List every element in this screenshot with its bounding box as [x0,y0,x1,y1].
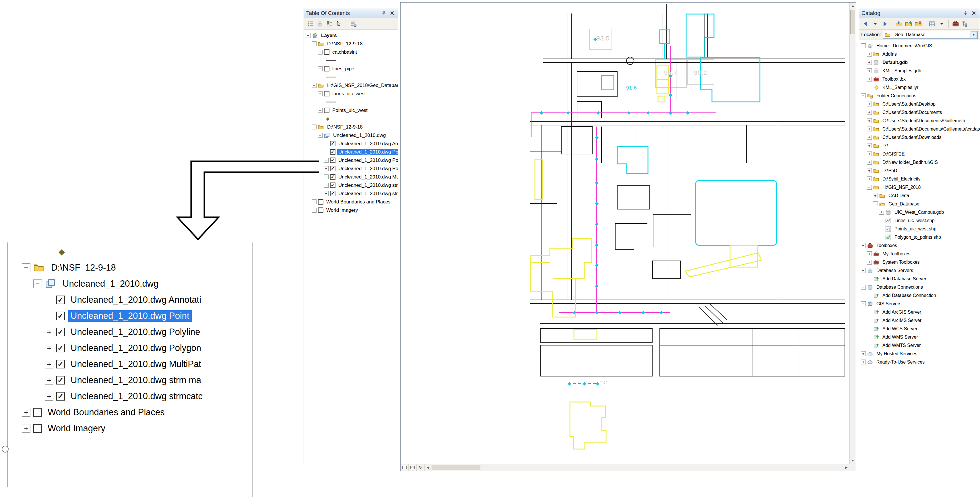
tree-row[interactable]: −Uncleaned_1_2010.dwg [2,276,252,292]
tree-row[interactable]: +CAD Data [859,191,980,200]
expand-toggle-icon[interactable]: + [867,160,872,165]
tree-item-label[interactable]: My Toolboxes [881,251,912,257]
tree-item-label[interactable]: Uncleaned_1_2010.dwg strm ma [337,182,398,189]
list-by-source-icon[interactable] [315,19,324,28]
expand-toggle-icon[interactable]: + [324,191,329,196]
tree-item-label[interactable]: Add Database Connection [881,293,937,299]
list-by-selection-icon[interactable] [335,19,344,28]
tree-item-label[interactable]: My Hosted Services [875,351,918,357]
tree-item-label[interactable]: Add WMS Server [881,334,919,340]
tree-row[interactable]: −Home - Documents\ArcGIS [859,41,980,50]
expand-toggle-icon[interactable]: + [867,110,872,115]
tree-item-label[interactable]: Uncleaned_1_2010.dwg [60,278,161,289]
tree-item-label[interactable]: C:\Users\Student\Downloads [881,135,942,140]
tree-row[interactable]: Points_uic_west.shp [859,225,980,233]
tree-row[interactable]: −Layers [304,31,398,40]
map-canvas[interactable]: 93.595.790.291.6TD1 [401,3,850,464]
tree-row[interactable]: +KML_Samples.gdb [859,67,980,75]
expand-toggle-icon[interactable]: + [867,168,872,173]
horizontal-scrollbar[interactable]: ↻ ◀ ▶ [401,464,850,471]
tree-item-label[interactable]: Points_uic_west [331,107,369,114]
tree-item-label[interactable]: Layers [320,32,338,39]
tree-item-label[interactable]: Uncleaned_1_2010.dwg Point [68,310,192,322]
tree-row[interactable]: Lines_uic_west.shp [859,216,980,225]
tree-item-label[interactable]: Home - Documents\ArcGIS [875,43,933,49]
tree-row[interactable]: +System Toolboxes [859,258,980,266]
tree-item-label[interactable]: C:\Users\Student\Desktop [881,101,937,107]
expand-toggle-icon[interactable]: + [45,360,53,369]
tree-item-label[interactable]: Uncleaned_1_2010.dwg Polygon [68,342,204,354]
tree-row[interactable]: −GIS Servers [859,300,980,308]
tree-item-label[interactable]: World Boundaries and Places [45,407,167,418]
tree-row[interactable]: +✓Uncleaned_1_2010.dwg Polyline [2,324,252,340]
tree-row[interactable]: −H:\GIS_NSF_2018\Geo_Database [304,81,398,89]
expand-toggle-icon[interactable]: + [879,210,884,215]
list-by-visibility-icon[interactable] [325,19,334,28]
collapse-toggle-icon[interactable]: − [22,264,30,272]
layer-visibility-checkbox[interactable] [324,49,329,55]
collapse-toggle-icon[interactable]: − [318,91,323,96]
tree-row[interactable]: ✓Uncleaned_1_2010.dwg Point [304,148,398,156]
expand-toggle-icon[interactable]: + [867,143,872,148]
tree-row[interactable]: +UIC_West_Campus.gdb [859,208,980,216]
tree-row[interactable]: −Lines_uic_west [304,89,398,98]
tree-row[interactable]: Add Database Server [859,275,980,283]
tree-row[interactable]: ◆ [304,114,398,123]
expand-toggle-icon[interactable]: + [867,251,872,256]
back-icon[interactable] [861,19,870,28]
tree-row[interactable]: ✓Uncleaned_1_2010.dwg Point [2,308,252,324]
scroll-right-button[interactable]: ▶ [843,464,850,470]
tree-item-label[interactable]: Uncleaned_1_2010.dwg Polyline [68,326,203,338]
collapse-toggle-icon[interactable]: − [318,66,323,71]
scroll-left-button[interactable]: ◀ [425,464,431,470]
expand-toggle-icon[interactable]: + [45,328,53,336]
caret-icon[interactable] [871,19,880,28]
table-view-icon[interactable] [928,19,936,28]
layer-visibility-checkbox[interactable]: ✓ [56,360,65,369]
layer-visibility-checkbox[interactable]: ✓ [330,141,336,146]
tree-row[interactable]: −catchbasint [304,48,398,56]
tree-item-label[interactable]: Lines_uic_west [331,91,367,97]
tree-row[interactable]: Polygon_to_points.shp [859,233,980,241]
tree-row[interactable]: −Database Servers [859,266,980,275]
tree-item-label[interactable]: lines_pipe [331,66,356,72]
collapse-toggle-icon[interactable]: − [312,124,317,129]
tree-item-label[interactable]: AddIns [881,51,898,57]
collapse-toggle-icon[interactable]: − [312,83,317,88]
tree-row[interactable]: +✓Uncleaned_1_2010.dwg strmcatc [2,388,252,404]
tree-item-label[interactable]: Folder Connections [875,93,918,99]
tree-item-label[interactable]: Add WCS Server [881,326,919,332]
expand-toggle-icon[interactable]: + [867,260,872,265]
tree-item-label[interactable]: World Imagery [45,423,108,434]
tree-item-label[interactable]: C:\Users\Student\Documents\Guillemette [881,118,968,124]
layout-view-button[interactable] [409,464,417,471]
tree-row[interactable]: +Default.gdb [859,58,980,67]
collapse-toggle-icon[interactable]: − [318,108,323,113]
tree-item-label[interactable]: Add Database Server [881,276,928,282]
tree-row[interactable]: −D:\NSF_12-9-18 [304,123,398,131]
tree-item-label[interactable]: H:\GIS_NSF_2018 [881,184,922,190]
layer-visibility-checkbox[interactable]: ✓ [56,311,65,320]
tree-item-label[interactable]: H:\GIS_NSF_2018\Geo_Database [326,83,398,89]
close-icon[interactable] [970,10,977,17]
tree-row[interactable] [304,73,398,81]
tree-item-label[interactable]: World Boundaries and Places [325,199,392,205]
data-view-button[interactable] [401,464,409,471]
tree-item-label[interactable]: Uncleaned_1_2010.dwg Annotati [68,294,204,305]
tree-row[interactable]: +✓Uncleaned_1_2010.dwg Polygon [2,340,252,356]
collapse-toggle-icon[interactable]: − [861,284,866,289]
tree-row[interactable]: +Ready-To-Use Services [859,358,980,366]
tree-row[interactable]: ✓Uncleaned_1_2010.dwg Annotati [304,140,398,148]
tree-row[interactable]: +✓Uncleaned_1_2010.dwg MultiPat [2,356,252,372]
tree-item-label[interactable]: D:\NSF_12-9-18 [326,41,364,47]
tree-item-label[interactable]: Add ArcIMS Server [881,318,923,323]
tree-row[interactable]: −Uncleaned_1_2010.dwg [304,131,398,140]
tree-row[interactable]: −Database Connections [859,283,980,291]
expand-toggle-icon[interactable]: + [867,52,872,57]
layer-visibility-checkbox[interactable]: ✓ [56,376,65,385]
layer-visibility-checkbox[interactable]: ✓ [330,191,336,196]
tree-row[interactable]: −Toolboxes [859,241,980,249]
tree-item-label[interactable]: Uncleaned_1_2010.dwg strmcatc [68,391,205,402]
list-by-drawing-order-icon[interactable] [305,19,315,28]
toc-title-bar[interactable]: Table Of Contents [304,8,398,18]
